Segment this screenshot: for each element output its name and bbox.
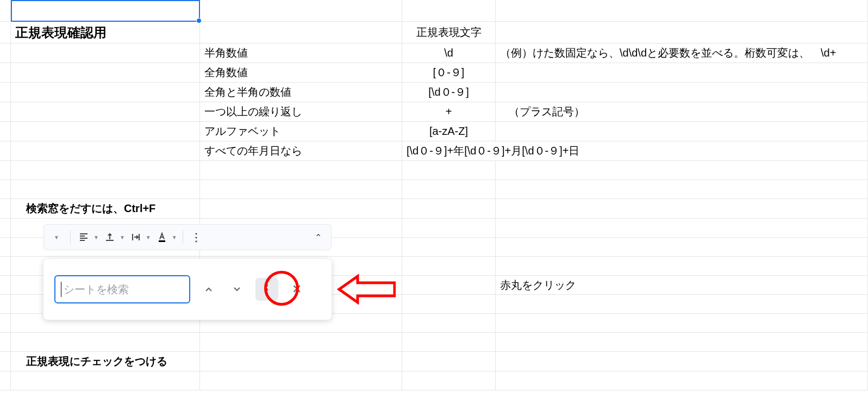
table-row: 全角と半角の数値 [\d０-９] [0,83,868,102]
cell[interactable]: [\d０-９]+年[\d０-９]+月[\d０-９]+日 [402,141,868,160]
cell-selected[interactable] [11,0,200,21]
collapse-icon[interactable]: ⌃ [310,229,326,245]
separator [70,231,71,244]
table-row [0,161,868,180]
next-match-button[interactable] [227,280,247,299]
cell[interactable]: 検索窓をだすには、Ctrl+F [11,199,200,218]
cell[interactable]: 赤丸をクリック [496,276,868,294]
spreadsheet-grid[interactable]: 正規表現確認用 正規表現文字 半角数値 \d （例）けた数固定なら、\d\d\d… [0,0,868,390]
cell[interactable]: \d [402,44,496,63]
table-row: すべての年月日なら [\d０-９]+年[\d０-９]+月[\d０-９]+日 [0,141,868,161]
cell[interactable]: 半角数値 [200,44,402,63]
table-row: 全角数値 [０-９] [0,63,868,83]
separator [183,231,183,244]
find-panel: シートを検索 ⋮ ✕ [43,259,332,320]
svg-rect-0 [159,240,165,242]
align-icon[interactable] [76,229,91,245]
dropdown-icon[interactable]: ▼ [49,229,65,245]
more-vert-icon: ⋮ [261,282,273,296]
table-row: 正規表現確認用 正規表現文字 [0,22,868,44]
wrap-icon[interactable] [128,229,143,245]
more-options-button[interactable]: ⋮ [255,278,278,301]
table-row [0,0,868,22]
chevron-down-icon[interactable]: ▼ [93,234,99,240]
cell[interactable] [496,0,868,21]
chevron-down-icon[interactable]: ▼ [120,234,125,240]
cell[interactable] [0,0,11,21]
header-cell[interactable]: 正規表現文字 [402,22,496,43]
text-cursor [61,282,61,297]
table-row: 検索窓をだすには、Ctrl+F [0,199,868,219]
format-toolbar: ▼ ▼ ▼ ▼ ▼ ⋮ ⌃ [43,224,332,250]
cell[interactable]: 正規表現にチェックをつける [11,352,200,371]
search-input[interactable]: シートを検索 [54,275,190,303]
close-button[interactable]: ✕ [287,280,307,299]
table-row: 正規表現にチェックをつける [0,352,868,371]
chevron-down-icon[interactable]: ▼ [146,234,151,240]
cell[interactable]: （例）けた数固定なら、\d\d\dと必要数を並べる。桁数可変は、 \d+ [496,44,868,63]
chevron-down-icon[interactable]: ▼ [172,234,177,240]
table-row: 半角数値 \d （例）けた数固定なら、\d\d\dと必要数を並べる。桁数可変は、… [0,44,868,63]
search-placeholder: シートを検索 [64,282,129,297]
more-vert-icon[interactable]: ⋮ [189,229,204,245]
table-row: アルファベット [a-zA-Z] [0,122,868,141]
cell[interactable] [402,0,496,21]
table-row: 一つ以上の繰り返し + （プラス記号） [0,102,868,122]
title-cell[interactable]: 正規表現確認用 [11,22,200,43]
cell[interactable] [200,0,402,21]
textcolor-icon[interactable] [154,229,170,245]
prev-match-button[interactable] [199,280,218,299]
table-row [0,180,868,199]
valign-icon[interactable] [102,229,117,245]
